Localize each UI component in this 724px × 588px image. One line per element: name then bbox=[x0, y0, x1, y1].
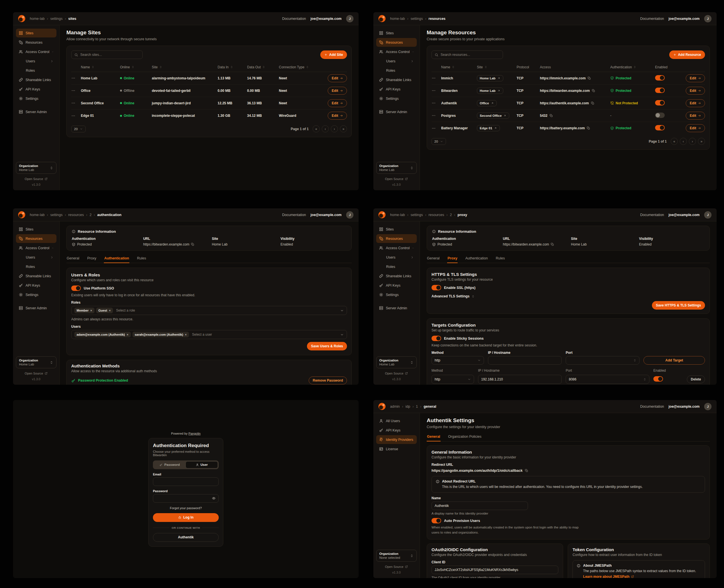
edit-button[interactable]: Edit bbox=[686, 87, 705, 95]
sidebar-item[interactable]: Access Control bbox=[376, 244, 417, 252]
sidebar-item[interactable]: All Users bbox=[376, 417, 417, 425]
sidebar-item[interactable]: Resources bbox=[16, 38, 57, 47]
enabled-toggle[interactable] bbox=[655, 112, 665, 118]
avatar[interactable]: J bbox=[704, 403, 711, 410]
sidebar-item[interactable]: Sites bbox=[376, 29, 417, 37]
row-menu-icon[interactable] bbox=[431, 88, 436, 93]
organization-selector[interactable]: Organization Home Lab bbox=[376, 356, 417, 368]
sidebar-item[interactable]: Users bbox=[16, 57, 57, 65]
pangolin-logo-icon[interactable] bbox=[379, 403, 385, 410]
edit-button[interactable]: Edit bbox=[328, 74, 347, 82]
sidebar-item[interactable]: Resources bbox=[376, 234, 417, 243]
tab[interactable]: Organization Policies bbox=[448, 432, 482, 441]
row-menu-icon[interactable] bbox=[71, 88, 76, 93]
eye-icon[interactable] bbox=[212, 497, 216, 500]
remove-chip-icon[interactable]: × bbox=[90, 309, 92, 312]
breadcrumb-item[interactable]: idp bbox=[400, 404, 410, 408]
sidebar-item[interactable]: Settings bbox=[376, 94, 417, 103]
port-input[interactable] bbox=[569, 358, 631, 362]
avatar[interactable]: J bbox=[704, 15, 711, 22]
search-input[interactable] bbox=[441, 53, 500, 57]
user-email[interactable]: joe@example.com bbox=[311, 17, 342, 21]
email-field[interactable] bbox=[156, 480, 216, 484]
sidebar-item[interactable]: Shareable Links bbox=[16, 76, 57, 84]
column-header[interactable]: Data Out bbox=[247, 65, 279, 69]
pager-button[interactable]: › bbox=[689, 138, 696, 145]
site-link-pill[interactable]: Office bbox=[477, 100, 497, 106]
breadcrumb-item[interactable]: resources bbox=[62, 213, 84, 217]
pangolin-link[interactable]: Pangolin bbox=[188, 432, 201, 435]
row-menu-icon[interactable] bbox=[71, 76, 76, 80]
row-menu-icon[interactable] bbox=[431, 113, 436, 118]
sidebar-item[interactable]: Sites bbox=[16, 29, 57, 37]
remove-chip-icon[interactable]: × bbox=[109, 309, 110, 312]
breadcrumb-item[interactable]: home-lab bbox=[390, 213, 405, 217]
sidebar-item[interactable]: Shareable Links bbox=[376, 76, 417, 84]
search-input[interactable] bbox=[80, 53, 140, 57]
breadcrumb-item[interactable]: home-lab bbox=[390, 17, 405, 21]
edit-button[interactable]: Edit bbox=[328, 87, 347, 95]
breadcrumb-item[interactable]: settings bbox=[405, 17, 423, 21]
tab[interactable]: Proxy bbox=[87, 254, 97, 263]
pangolin-logo-icon[interactable] bbox=[379, 211, 385, 218]
sidebar-item[interactable]: API Keys bbox=[16, 281, 57, 290]
column-header[interactable]: Online bbox=[120, 65, 152, 69]
roles-multiselect[interactable]: Member×Guest× Select a role bbox=[71, 306, 347, 315]
row-menu-icon[interactable] bbox=[431, 101, 436, 105]
sidebar-item[interactable]: Resources bbox=[16, 234, 57, 243]
column-header[interactable]: Protocol bbox=[517, 65, 540, 69]
copy-icon[interactable] bbox=[551, 243, 554, 246]
tab[interactable]: General bbox=[66, 254, 79, 263]
forgot-password-link[interactable]: Forgot your password? bbox=[153, 506, 219, 510]
copy-icon[interactable] bbox=[191, 243, 194, 246]
copy-icon[interactable] bbox=[592, 89, 595, 92]
pangolin-logo-icon[interactable] bbox=[379, 15, 385, 22]
sidebar-item[interactable]: Roles bbox=[16, 66, 57, 75]
advanced-tls-expander[interactable]: Advanced TLS Settings bbox=[431, 294, 705, 298]
breadcrumb-item[interactable]: 2 bbox=[444, 213, 451, 217]
remove-chip-icon[interactable]: × bbox=[126, 333, 128, 336]
user-email[interactable]: joe@example.com bbox=[669, 404, 700, 408]
column-header[interactable]: Site bbox=[152, 65, 218, 69]
authentik-sso-button[interactable]: Authentik bbox=[153, 533, 219, 542]
row-menu-icon[interactable] bbox=[71, 114, 76, 118]
sidebar-item[interactable]: Settings bbox=[16, 290, 57, 299]
copy-icon[interactable] bbox=[587, 126, 590, 130]
add-target-button[interactable]: Add Target bbox=[643, 356, 705, 364]
sidebar-item[interactable]: Sites bbox=[16, 225, 57, 234]
documentation-link[interactable]: Documentation bbox=[282, 17, 306, 21]
edit-button[interactable]: Edit bbox=[686, 74, 705, 82]
sidebar-item[interactable]: Server Admin bbox=[376, 303, 417, 312]
method-tab[interactable]: Password bbox=[154, 461, 185, 468]
edit-button[interactable]: Edit bbox=[686, 99, 705, 107]
pager-button[interactable]: › bbox=[331, 125, 338, 132]
avatar[interactable]: J bbox=[346, 15, 354, 22]
organization-selector[interactable]: Organization Home Lab bbox=[376, 162, 417, 174]
enabled-toggle[interactable] bbox=[655, 88, 665, 93]
sidebar-item[interactable]: API Keys bbox=[376, 281, 417, 290]
pangolin-logo-icon[interactable] bbox=[18, 15, 25, 22]
sidebar-item[interactable]: Shareable Links bbox=[16, 272, 57, 280]
row-menu-icon[interactable] bbox=[431, 126, 436, 130]
breadcrumb-item[interactable]: 1 bbox=[410, 404, 418, 408]
tab[interactable]: Proxy bbox=[447, 254, 458, 263]
sidebar-item[interactable]: Sites bbox=[376, 225, 417, 234]
organization-selector[interactable]: Organization Home Lab bbox=[16, 356, 57, 368]
enabled-toggle[interactable] bbox=[655, 125, 665, 130]
breadcrumb-item[interactable]: settings bbox=[405, 213, 423, 217]
rows-per-page-select[interactable]: 20 bbox=[431, 138, 446, 145]
breadcrumb-item[interactable]: home-lab bbox=[30, 17, 44, 21]
pager-button[interactable]: ‹ bbox=[680, 138, 687, 145]
copy-icon[interactable] bbox=[587, 77, 591, 80]
column-header[interactable]: Name bbox=[81, 65, 120, 69]
edit-button[interactable]: Edit bbox=[328, 112, 347, 120]
sidebar-item[interactable]: Access Control bbox=[16, 244, 57, 252]
user-email[interactable]: joe@example.com bbox=[669, 213, 700, 217]
client-id-field[interactable] bbox=[435, 568, 555, 572]
user-email[interactable]: joe@example.com bbox=[669, 17, 700, 21]
open-source-link[interactable]: Open Source bbox=[385, 565, 408, 568]
site-link-pill[interactable]: Home Lab bbox=[477, 88, 503, 94]
breadcrumb-item[interactable]: proxy bbox=[452, 213, 467, 217]
open-source-link[interactable]: Open Source bbox=[385, 177, 408, 181]
breadcrumb-item[interactable]: resources bbox=[423, 17, 445, 21]
